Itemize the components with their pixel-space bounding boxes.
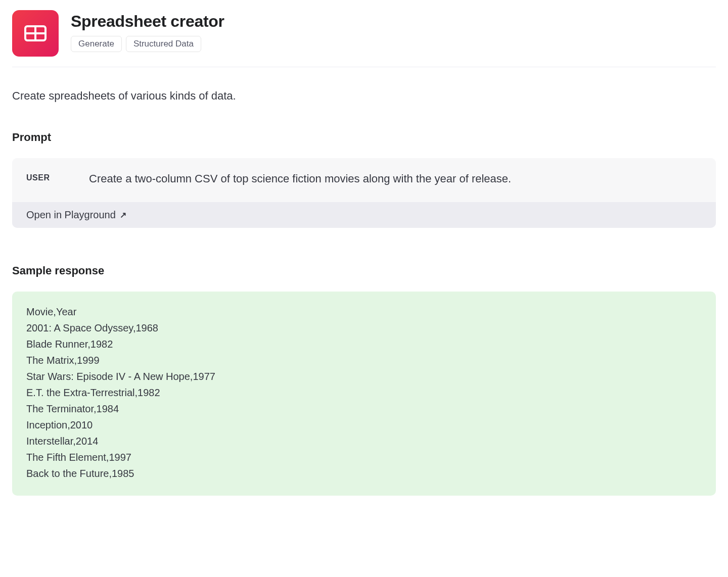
tag-generate[interactable]: Generate (71, 36, 122, 52)
prompt-text: Create a two-column CSV of top science f… (89, 171, 511, 187)
response-line: E.T. the Extra-Terrestrial,1982 (26, 384, 702, 401)
tag-structured-data[interactable]: Structured Data (126, 36, 201, 52)
description: Create spreadsheets of various kinds of … (12, 89, 716, 103)
role-label: USER (26, 171, 57, 182)
response-line: Blade Runner,1982 (26, 336, 702, 352)
response-line: Inception,2010 (26, 417, 702, 433)
response-card: Movie,Year 2001: A Space Odyssey,1968 Bl… (12, 292, 716, 496)
prompt-body: USER Create a two-column CSV of top scie… (12, 158, 716, 202)
response-line: 2001: A Space Odyssey,1968 (26, 320, 702, 336)
response-line: Movie,Year (26, 304, 702, 320)
response-line: Interstellar,2014 (26, 433, 702, 449)
title-block: Spreadsheet creator Generate Structured … (71, 10, 224, 52)
external-link-icon: ↗ (120, 210, 126, 220)
prompt-footer: Open in Playground ↗ (12, 202, 716, 228)
response-line: Star Wars: Episode IV - A New Hope,1977 (26, 368, 702, 384)
sample-response-heading: Sample response (12, 264, 716, 277)
tag-row: Generate Structured Data (71, 36, 224, 52)
response-line: The Fifth Element,1997 (26, 449, 702, 465)
spreadsheet-icon (23, 21, 48, 45)
header: Spreadsheet creator Generate Structured … (12, 10, 716, 67)
prompt-card: USER Create a two-column CSV of top scie… (12, 158, 716, 228)
response-line: The Terminator,1984 (26, 401, 702, 417)
page-title: Spreadsheet creator (71, 12, 224, 31)
response-line: The Matrix,1999 (26, 352, 702, 368)
response-line: Back to the Future,1985 (26, 465, 702, 482)
app-icon-tile (12, 10, 59, 57)
open-in-playground-button[interactable]: Open in Playground ↗ (26, 209, 126, 221)
open-in-playground-label: Open in Playground (26, 209, 116, 221)
prompt-heading: Prompt (12, 131, 716, 144)
